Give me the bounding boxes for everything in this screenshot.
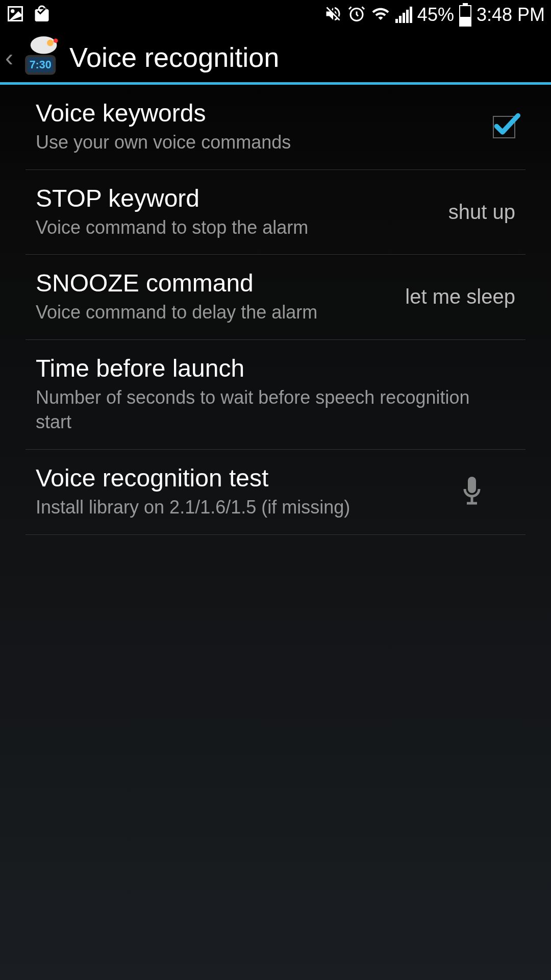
setting-subtitle: Number of seconds to wait before speech … xyxy=(36,385,505,435)
vibrate-icon xyxy=(324,5,342,25)
checkbox[interactable] xyxy=(493,116,515,138)
status-right-icons: 45% 3:48 PM xyxy=(324,3,545,27)
setting-title: Voice keywords xyxy=(36,99,483,127)
setting-title: Time before launch xyxy=(36,354,505,382)
back-chevron-icon[interactable]: ‹ xyxy=(5,43,13,71)
setting-text-block: Voice keywords Use your own voice comman… xyxy=(36,99,493,155)
shopping-icon xyxy=(33,5,51,25)
battery-icon xyxy=(459,3,471,27)
header-divider xyxy=(0,82,551,85)
setting-title: STOP keyword xyxy=(36,184,438,212)
svg-point-4 xyxy=(47,40,54,46)
setting-title: SNOOZE command xyxy=(36,269,395,297)
setting-text-block: Time before launch Number of seconds to … xyxy=(36,354,515,435)
setting-voice-keywords[interactable]: Voice keywords Use your own voice comman… xyxy=(26,85,525,170)
setting-title: Voice recognition test xyxy=(36,464,449,492)
setting-stop-keyword[interactable]: STOP keyword Voice command to stop the a… xyxy=(26,170,525,255)
setting-value: shut up xyxy=(448,201,515,224)
setting-text-block: STOP keyword Voice command to stop the a… xyxy=(36,184,448,240)
setting-subtitle: Install library on 2.1/1.6/1.5 (if missi… xyxy=(36,495,449,520)
svg-point-3 xyxy=(31,36,57,54)
svg-text:7:30: 7:30 xyxy=(30,59,52,71)
setting-text-block: SNOOZE command Voice command to delay th… xyxy=(36,269,405,325)
battery-percent: 45% xyxy=(417,4,454,26)
app-header[interactable]: ‹ 7:30 Voice recognition xyxy=(0,30,551,85)
status-bar: 45% 3:48 PM xyxy=(0,0,551,30)
setting-time-before-launch[interactable]: Time before launch Number of seconds to … xyxy=(26,340,525,450)
microphone-icon xyxy=(459,477,485,507)
time: 3:48 PM xyxy=(477,4,545,26)
page-title: Voice recognition xyxy=(69,41,279,73)
svg-point-1 xyxy=(12,10,14,13)
alarm-icon xyxy=(347,5,366,25)
signal-icon xyxy=(395,7,412,23)
setting-subtitle: Use your own voice commands xyxy=(36,130,483,155)
status-left-icons xyxy=(6,5,51,25)
setting-subtitle: Voice command to stop the alarm xyxy=(36,215,438,240)
picture-icon xyxy=(6,5,24,25)
wifi-icon xyxy=(371,5,390,25)
setting-value: let me sleep xyxy=(405,285,515,308)
settings-list: Voice keywords Use your own voice comman… xyxy=(0,85,551,535)
setting-subtitle: Voice command to delay the alarm xyxy=(36,300,395,325)
svg-point-5 xyxy=(54,38,58,43)
svg-rect-9 xyxy=(468,477,476,493)
app-icon: 7:30 xyxy=(17,35,61,79)
setting-text-block: Voice recognition test Install library o… xyxy=(36,464,459,520)
setting-voice-recognition-test[interactable]: Voice recognition test Install library o… xyxy=(26,450,525,535)
setting-snooze-command[interactable]: SNOOZE command Voice command to delay th… xyxy=(26,255,525,340)
